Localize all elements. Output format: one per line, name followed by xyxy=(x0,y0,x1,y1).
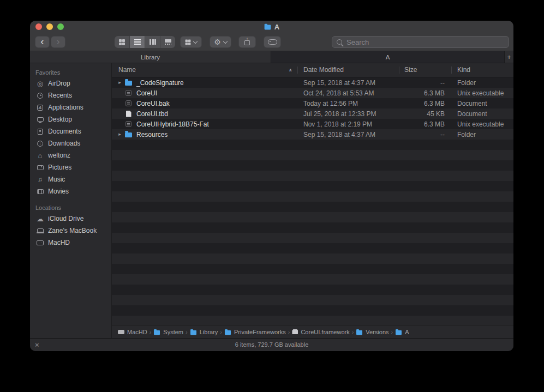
path-separator-icon: › xyxy=(352,329,354,335)
path-bar: MacHD › System › Library › PrivateFramew… xyxy=(112,325,513,338)
table-row[interactable]: ▸ Resources Sep 15, 2018 at 4:37 AM -- F… xyxy=(112,129,513,140)
list-header: Name ∧ Date Modified Size Kind xyxy=(112,63,513,77)
view-mode-segmented-control xyxy=(115,36,175,48)
path-item-versions[interactable]: Versions xyxy=(356,329,388,335)
date-modified-cell: Nov 1, 2018 at 2:19 PM xyxy=(297,120,399,128)
column-divider[interactable] xyxy=(451,67,452,74)
folder-icon xyxy=(356,330,362,334)
action-menu-button[interactable]: ⚙ xyxy=(210,36,231,48)
new-tab-button[interactable]: + xyxy=(505,51,513,63)
table-row[interactable]: CoreUI Oct 24, 2018 at 5:53 AM 6.3 MB Un… xyxy=(112,88,513,98)
path-item-a[interactable]: A xyxy=(395,329,409,335)
sidebar-item-recents[interactable]: Recents xyxy=(30,89,111,101)
sidebar-item-desktop[interactable]: Desktop xyxy=(30,113,111,125)
share-button[interactable] xyxy=(238,36,256,48)
sidebar-item-machd[interactable]: MacHD xyxy=(30,237,111,249)
list-view-button[interactable] xyxy=(130,36,145,48)
tag-icon xyxy=(268,39,277,45)
list-view-icon xyxy=(134,39,141,45)
disclosure-triangle-icon[interactable]: ▸ xyxy=(116,129,123,140)
sidebar-item-zanes-macbook[interactable]: Zane’s MacBook xyxy=(30,225,111,237)
tab-library[interactable]: Library xyxy=(30,51,271,63)
path-label: System xyxy=(163,329,183,335)
date-modified-cell: Sep 15, 2018 at 4:37 AM xyxy=(297,131,399,138)
size-cell: 6.3 MB xyxy=(399,89,451,97)
search-icon xyxy=(337,39,342,45)
sidebar-item-weltonz[interactable]: ⌂ weltonz xyxy=(30,149,111,161)
table-row[interactable]: ▸ _CodeSignature Sep 15, 2018 at 4:37 AM… xyxy=(112,77,513,88)
table-row[interactable]: CoreUI.bak Today at 12:56 PM 6.3 MB Docu… xyxy=(112,98,513,108)
tab-a[interactable]: A xyxy=(271,51,505,63)
column-divider[interactable] xyxy=(399,67,399,74)
disclosure-triangle-icon[interactable]: ▸ xyxy=(116,77,123,88)
path-separator-icon: › xyxy=(220,329,222,335)
executable-icon xyxy=(125,121,131,127)
sidebar-item-label: Documents xyxy=(48,128,81,135)
column-header-kind[interactable]: Kind xyxy=(457,63,470,77)
sidebar-item-label: Applications xyxy=(48,104,83,111)
file-name: CoreUI.bak xyxy=(136,100,170,107)
date-modified-cell: Jul 25, 2018 at 12:33 PM xyxy=(297,110,399,118)
sidebar-item-applications[interactable]: A Applications xyxy=(30,101,111,113)
downloads-icon: ↓ xyxy=(37,141,43,147)
path-item-machd[interactable]: MacHD xyxy=(118,329,147,335)
share-icon xyxy=(244,39,250,45)
tag-button[interactable] xyxy=(264,36,281,48)
size-cell: -- xyxy=(399,131,451,138)
file-name: Resources xyxy=(136,131,168,138)
path-item-library[interactable]: Library xyxy=(190,329,218,335)
window-title-text: A xyxy=(274,23,279,31)
icon-view-icon xyxy=(119,39,125,45)
sidebar: Favorites ◎ AirDrop Recents A Applicatio… xyxy=(30,63,112,338)
icon-view-button[interactable] xyxy=(115,36,130,48)
path-item-system[interactable]: System xyxy=(153,329,183,335)
file-name-cell: CoreUI.bak xyxy=(112,100,297,107)
sidebar-item-label: Pictures xyxy=(48,164,71,171)
table-row[interactable]: CoreUI.tbd Jul 25, 2018 at 12:33 PM 45 K… xyxy=(112,108,513,119)
file-list: Name ∧ Date Modified Size Kind ▸ _CodeSi… xyxy=(112,63,513,338)
sort-ascending-icon: ∧ xyxy=(289,63,292,77)
folder-icon xyxy=(396,330,402,334)
forward-button[interactable]: › xyxy=(51,36,65,48)
date-modified-cell: Sep 15, 2018 at 4:37 AM xyxy=(297,79,399,87)
tab-label: Library xyxy=(141,54,160,61)
size-cell: 6.3 MB xyxy=(399,100,451,107)
hdd-icon xyxy=(118,330,124,334)
path-item-coreui-framework[interactable]: CoreUI.framework xyxy=(292,329,349,335)
column-header-size[interactable]: Size xyxy=(404,63,417,77)
sidebar-item-label: MacHD xyxy=(48,239,70,246)
size-cell: 6.3 MB xyxy=(399,120,451,128)
sidebar-item-label: Music xyxy=(48,176,65,183)
sidebar-item-icloud-drive[interactable]: ☁ iCloud Drive xyxy=(30,213,111,225)
column-header-date-modified[interactable]: Date Modified xyxy=(303,63,344,77)
kind-cell: Unix executable xyxy=(451,120,513,128)
title-bar[interactable]: A xyxy=(30,21,513,33)
sidebar-item-music[interactable]: ♫ Music xyxy=(30,173,111,185)
column-divider[interactable] xyxy=(297,67,298,74)
search-field[interactable] xyxy=(332,36,509,48)
back-button[interactable]: ‹ xyxy=(35,36,50,48)
pictures-icon xyxy=(37,165,44,170)
sidebar-item-label: Downloads xyxy=(48,140,80,147)
file-name-cell: ▸ Resources xyxy=(112,129,297,140)
desktop-icon xyxy=(37,117,44,122)
path-label: A xyxy=(405,329,409,335)
gear-icon: ⚙ xyxy=(214,38,221,46)
column-view-button[interactable] xyxy=(145,36,160,48)
gallery-view-button[interactable] xyxy=(160,36,175,48)
search-input[interactable] xyxy=(345,38,504,47)
sidebar-item-downloads[interactable]: ↓ Downloads xyxy=(30,137,111,149)
tab-label: A xyxy=(386,54,390,61)
sidebar-item-pictures[interactable]: Pictures xyxy=(30,161,111,173)
table-row[interactable]: CoreUIHybrid-18B75-Fat Nov 1, 2018 at 2:… xyxy=(112,119,513,129)
laptop-icon xyxy=(37,228,44,232)
group-by-button[interactable] xyxy=(180,36,202,48)
sidebar-item-documents[interactable]: Documents xyxy=(30,125,111,137)
file-name-cell: CoreUI.tbd xyxy=(112,110,297,118)
sidebar-item-movies[interactable]: Movies xyxy=(30,185,111,197)
path-label: MacHD xyxy=(127,329,147,335)
column-header-name[interactable]: Name xyxy=(118,63,136,77)
sidebar-item-airdrop[interactable]: ◎ AirDrop xyxy=(30,77,111,89)
sidebar-item-label: AirDrop xyxy=(48,80,70,87)
path-item-privateframeworks[interactable]: PrivateFrameworks xyxy=(224,329,286,335)
